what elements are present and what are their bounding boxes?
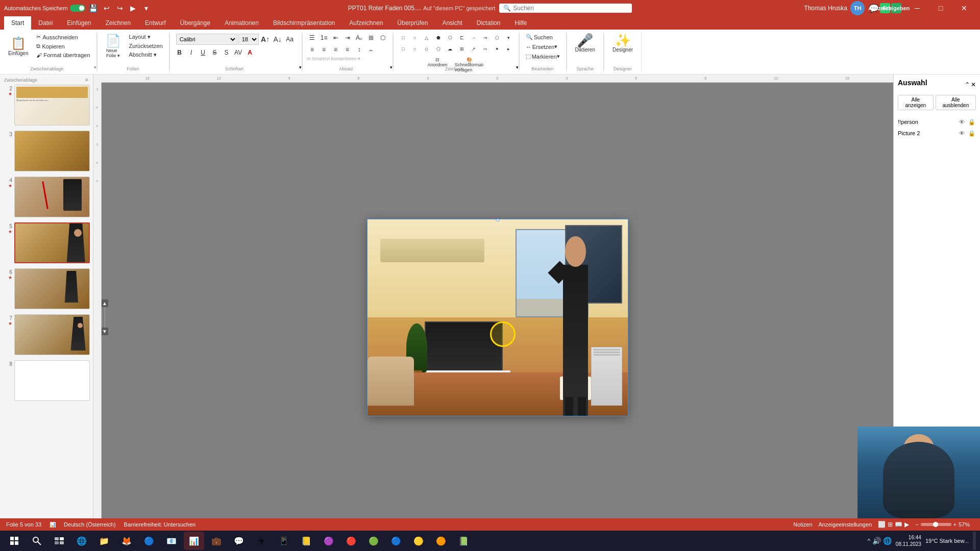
zoom-in-btn[interactable]: + xyxy=(953,521,957,528)
canvas-area[interactable]: Alwaysbe happy xyxy=(102,83,893,551)
onenote-btn[interactable]: 📒 xyxy=(296,532,316,550)
font-family-select[interactable]: Calibri xyxy=(176,34,237,45)
app1-btn[interactable]: 🟣 xyxy=(318,532,339,550)
autosave-toggle[interactable] xyxy=(70,5,85,12)
app3-btn[interactable]: 🟢 xyxy=(363,532,384,550)
scroll-down-btn[interactable]: ▼ xyxy=(102,328,108,335)
shape6[interactable]: ⊏ xyxy=(456,33,468,43)
explorer-btn[interactable]: 📁 xyxy=(94,532,114,550)
justify-btn[interactable]: ≡ xyxy=(342,44,353,55)
teams-btn[interactable]: 💼 xyxy=(206,532,227,550)
search-input[interactable] xyxy=(513,5,605,12)
shape5[interactable]: ⎔ xyxy=(445,33,456,43)
clock[interactable]: 16:44 08.11.2023 xyxy=(896,534,921,547)
user-avatar[interactable]: TH xyxy=(850,1,865,15)
neue-folie-btn[interactable]: 📄 NeueFolie ▾ xyxy=(102,33,125,59)
hide-all-btn[interactable]: Alle ausblenden xyxy=(936,95,976,110)
indent-less-btn[interactable]: ⇤ xyxy=(330,33,341,43)
ersetzen-btn[interactable]: ↔ Ersetzen ▾ xyxy=(524,42,562,51)
taskview-btn[interactable] xyxy=(49,532,69,550)
shape10[interactable]: ▾ xyxy=(503,33,514,43)
excel-btn[interactable]: 📗 xyxy=(453,532,474,550)
chrome-btn[interactable]: 🔵 xyxy=(139,532,159,550)
tab-einfuegen[interactable]: Einfügen xyxy=(60,16,98,30)
font-size-select[interactable]: 18 xyxy=(238,34,259,45)
zwischenablage-expand[interactable]: ▾ xyxy=(94,65,96,70)
slide-thumb-3[interactable]: 3 xyxy=(2,130,91,172)
close-btn[interactable]: ✕ xyxy=(952,0,976,16)
align-left-btn[interactable]: ≡ xyxy=(307,44,318,55)
bold-btn[interactable]: B xyxy=(174,47,185,58)
edge-btn[interactable]: 🌐 xyxy=(71,532,92,550)
visibility-icon-picture2[interactable]: 👁 xyxy=(958,129,966,137)
designer-btn[interactable]: ✨ Designer xyxy=(608,33,637,54)
normal-view-btn[interactable]: ⬜ xyxy=(878,521,886,528)
whatsapp-btn[interactable]: 📱 xyxy=(274,532,294,550)
panel-close-btn[interactable]: ✕ xyxy=(971,81,976,88)
shape1[interactable]: □ xyxy=(398,33,409,43)
tab-ueberpruefen[interactable]: Überprüfen xyxy=(390,16,435,30)
clear-format-btn[interactable]: Aa xyxy=(284,34,296,44)
align-center-btn[interactable]: ≡ xyxy=(318,44,330,55)
show-all-btn[interactable]: Alle anzeigen xyxy=(898,95,934,110)
visibility-icon-person[interactable]: 👁 xyxy=(958,118,966,126)
abschnitt-btn[interactable]: Abschnitt ▾ xyxy=(127,51,165,59)
shape7[interactable]: → xyxy=(468,33,479,43)
zoom-out-btn[interactable]: − xyxy=(915,521,918,528)
shape16[interactable]: ⊞ xyxy=(456,44,468,54)
notes-btn[interactable]: Notizen xyxy=(793,521,812,528)
absatz-expand[interactable]: ▾ xyxy=(390,65,393,70)
zoom-slider[interactable] xyxy=(921,523,951,526)
shape8[interactable]: ⇒ xyxy=(480,33,491,43)
shape18[interactable]: ⇨ xyxy=(480,44,491,54)
zuruecksetzen-btn[interactable]: Zurücksetzen xyxy=(127,42,165,50)
app2-btn[interactable]: 🔴 xyxy=(341,532,361,550)
shape2[interactable]: ○ xyxy=(409,33,421,43)
present-share-btn[interactable]: Freigeben xyxy=(891,3,901,13)
slide-panel[interactable]: Zwischenablage ✕ 2 ★ Möglichkeiten die d… xyxy=(0,74,93,551)
tab-hilfe[interactable]: Hilfe xyxy=(507,16,534,30)
shape20[interactable]: ▸ xyxy=(503,44,514,54)
save-btn[interactable]: 💾 xyxy=(88,3,99,13)
present-btn[interactable]: ▶ xyxy=(128,3,138,13)
lock-icon-picture2[interactable]: 🔒 xyxy=(968,129,976,137)
reading-view-btn[interactable]: 📖 xyxy=(895,521,902,528)
slide-thumb-8[interactable]: 8 xyxy=(2,359,91,402)
slide-thumb-6[interactable]: 6 ★ xyxy=(2,267,91,310)
tab-aufzeichnen[interactable]: Aufzeichnen xyxy=(342,16,390,30)
weather-widget[interactable]: 19°C Stark bew... xyxy=(925,538,969,544)
shape3[interactable]: △ xyxy=(421,33,432,43)
outlook-btn[interactable]: 📧 xyxy=(161,532,182,550)
kopieren-btn[interactable]: ⧉ Kopieren xyxy=(34,42,92,51)
start-btn[interactable] xyxy=(4,532,24,550)
markieren-btn[interactable]: ⬚ Markieren ▾ xyxy=(524,52,562,61)
tab-bildschirm[interactable]: Bildschirmpräsentation xyxy=(266,16,342,30)
maximize-btn[interactable]: □ xyxy=(929,0,952,16)
format-uebertragen-btn[interactable]: 🖌 Format übertragen xyxy=(34,51,92,59)
panel-collapse-btn[interactable]: ⌃ xyxy=(965,81,970,88)
align-right-btn[interactable]: ≡ xyxy=(330,44,341,55)
app4-btn[interactable]: 🔵 xyxy=(386,532,406,550)
shadow-btn[interactable]: S xyxy=(221,47,232,58)
columns-btn[interactable]: ⫠ xyxy=(365,44,377,55)
tab-dictation[interactable]: Dictation xyxy=(470,16,508,30)
shape13[interactable]: ◇ xyxy=(421,44,432,54)
font-color-btn[interactable]: A xyxy=(244,47,256,58)
customize-btn[interactable]: ▾ xyxy=(141,3,152,13)
zoom-handle[interactable] xyxy=(933,522,938,527)
shape19[interactable]: ✦ xyxy=(492,44,503,54)
slide-thumb-7[interactable]: 7 ★ xyxy=(2,313,91,356)
minimize-btn[interactable]: ─ xyxy=(905,0,929,16)
layout-btn[interactable]: Layout ▾ xyxy=(127,33,165,41)
show-desktop-btn[interactable] xyxy=(973,532,976,550)
search-taskbar-btn[interactable] xyxy=(27,532,47,550)
numbering-btn[interactable]: 1≡ xyxy=(318,33,330,43)
text-direction-btn[interactable]: Aᵥ xyxy=(354,33,365,43)
shape11[interactable]: □ xyxy=(398,44,409,54)
underline-btn[interactable]: U xyxy=(198,47,209,58)
app6-btn[interactable]: 🟠 xyxy=(431,532,451,550)
tab-entwurf[interactable]: Entwurf xyxy=(138,16,173,30)
font-shrink-btn[interactable]: A↓ xyxy=(272,34,283,44)
app5-btn[interactable]: 🟡 xyxy=(408,532,429,550)
diktieren-btn[interactable]: 🎤 Diktieren xyxy=(571,33,599,54)
